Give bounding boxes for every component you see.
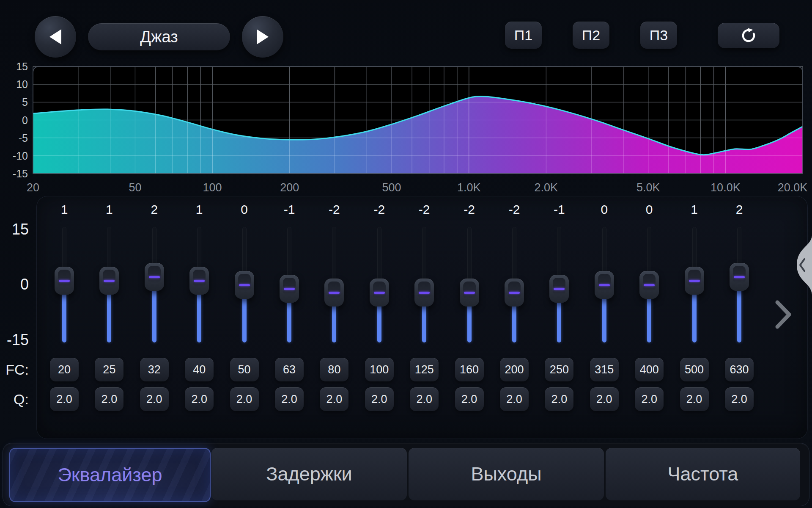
- slider-thumb[interactable]: [55, 267, 74, 295]
- band-fc-button[interactable]: 160: [455, 358, 484, 381]
- slider-thumb[interactable]: [685, 267, 704, 295]
- band-gain-value: -2: [497, 202, 532, 217]
- band-gain-value: 1: [91, 202, 127, 217]
- slider-thumb[interactable]: [280, 275, 299, 303]
- thumb-inner: [418, 282, 431, 299]
- tab-equalizer-label: Эквалайзер: [58, 464, 162, 486]
- slider-thumb[interactable]: [235, 271, 254, 299]
- thumb-dash-icon: [284, 288, 295, 290]
- band-gain-value: 2: [721, 202, 757, 217]
- band-fc-button[interactable]: 50: [230, 358, 259, 381]
- band-q-button[interactable]: 2.0: [725, 387, 754, 411]
- slider-thumb[interactable]: [595, 271, 614, 299]
- eq-bands: 1202.01252.02322.01402.00502.0-1632.0-28…: [0, 0, 812, 440]
- thumb-inner: [193, 270, 206, 287]
- tab-frequency-label: Частота: [668, 463, 738, 485]
- tab-delays-label: Задержки: [266, 463, 352, 485]
- slider-thumb[interactable]: [324, 279, 344, 306]
- band-fc-button[interactable]: 32: [140, 358, 169, 381]
- equalizer-screen: Джаз П1 П2 П3 151050-5-10-15205010020050…: [0, 0, 812, 508]
- thumb-inner: [103, 270, 115, 287]
- tab-delays[interactable]: Задержки: [211, 448, 407, 500]
- thumb-dash-icon: [239, 284, 250, 286]
- thumb-inner: [373, 282, 386, 299]
- band-fc-button[interactable]: 630: [725, 358, 754, 381]
- slider-thumb[interactable]: [145, 263, 164, 291]
- thumb-dash-icon: [59, 280, 70, 282]
- band-fc-button[interactable]: 200: [500, 358, 529, 381]
- thumb-dash-icon: [509, 292, 520, 294]
- slider-thumb[interactable]: [189, 267, 209, 295]
- band-q-button[interactable]: 2.0: [95, 387, 123, 411]
- tab-frequency[interactable]: Частота: [606, 448, 800, 500]
- thumb-dash-icon: [149, 276, 160, 278]
- band-q-button[interactable]: 2.0: [680, 387, 709, 411]
- thumb-inner: [553, 278, 565, 295]
- band-q-button[interactable]: 2.0: [185, 387, 214, 411]
- band-gain-value: -1: [541, 202, 577, 217]
- slider-thumb[interactable]: [730, 263, 749, 291]
- slider-thumb[interactable]: [414, 279, 434, 306]
- band-gain-value: 0: [227, 202, 262, 217]
- thumb-inner: [58, 270, 71, 287]
- band-fc-button[interactable]: 100: [365, 358, 394, 381]
- thumb-dash-icon: [554, 288, 565, 290]
- band-gain-value: 1: [47, 202, 82, 217]
- slider-thumb[interactable]: [639, 271, 659, 299]
- thumb-dash-icon: [374, 292, 385, 294]
- band-gain-value: 1: [181, 202, 217, 217]
- tab-outputs[interactable]: Выходы: [409, 448, 604, 500]
- band-fc-button[interactable]: 500: [680, 358, 709, 381]
- band-fc-button[interactable]: 80: [320, 358, 348, 381]
- band-fc-button[interactable]: 20: [50, 358, 79, 381]
- band-gain-value: 0: [587, 202, 622, 217]
- band-gain-value: -2: [452, 202, 487, 217]
- band-gain-value: 1: [677, 202, 712, 217]
- band-fc-button[interactable]: 25: [95, 358, 123, 381]
- thumb-inner: [598, 274, 611, 292]
- thumb-dash-icon: [644, 284, 655, 286]
- band-gain-value: -2: [362, 202, 397, 217]
- slider-thumb[interactable]: [99, 267, 119, 295]
- band-fc-button[interactable]: 40: [185, 358, 214, 381]
- thumb-inner: [283, 278, 296, 295]
- tab-equalizer[interactable]: Эквалайзер: [9, 448, 211, 502]
- thumb-inner: [238, 274, 251, 292]
- drawer-handle[interactable]: [787, 234, 812, 296]
- thumb-inner: [688, 270, 701, 287]
- band-q-button[interactable]: 2.0: [230, 387, 259, 411]
- band-gain-value: -2: [406, 202, 442, 217]
- band-q-button[interactable]: 2.0: [365, 387, 394, 411]
- band-q-button[interactable]: 2.0: [455, 387, 484, 411]
- slider-thumb[interactable]: [549, 275, 569, 303]
- thumb-dash-icon: [419, 292, 430, 294]
- band-q-button[interactable]: 2.0: [635, 387, 664, 411]
- tab-outputs-label: Выходы: [471, 463, 542, 485]
- thumb-dash-icon: [599, 284, 610, 286]
- band-q-button[interactable]: 2.0: [410, 387, 439, 411]
- chevron-right-icon: [777, 302, 789, 327]
- band-q-button[interactable]: 2.0: [320, 387, 348, 411]
- thumb-inner: [463, 282, 476, 299]
- band-fc-button[interactable]: 63: [275, 358, 304, 381]
- band-q-button[interactable]: 2.0: [275, 387, 304, 411]
- band-fc-button[interactable]: 250: [545, 358, 573, 381]
- thumb-inner: [643, 274, 656, 292]
- thumb-inner: [508, 282, 521, 299]
- next-bands-button[interactable]: [772, 299, 794, 330]
- band-q-button[interactable]: 2.0: [545, 387, 573, 411]
- slider-thumb[interactable]: [460, 279, 479, 306]
- band-q-button[interactable]: 2.0: [500, 387, 529, 411]
- thumb-inner: [328, 282, 340, 299]
- band-fc-button[interactable]: 400: [635, 358, 664, 381]
- band-gain-value: 2: [137, 202, 172, 217]
- band-q-button[interactable]: 2.0: [50, 387, 79, 411]
- slider-thumb[interactable]: [370, 279, 389, 306]
- thumb-dash-icon: [104, 280, 115, 282]
- slider-thumb[interactable]: [505, 279, 524, 306]
- band-fc-button[interactable]: 315: [590, 358, 619, 381]
- thumb-dash-icon: [689, 280, 700, 282]
- band-q-button[interactable]: 2.0: [590, 387, 619, 411]
- band-fc-button[interactable]: 125: [410, 358, 439, 381]
- band-q-button[interactable]: 2.0: [140, 387, 169, 411]
